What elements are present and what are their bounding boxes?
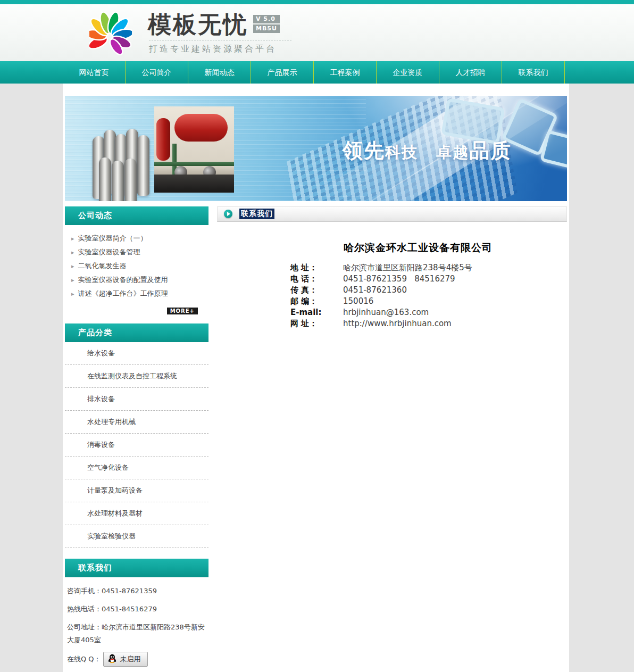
category-item[interactable]: 计量泵及加药设备: [65, 479, 208, 502]
news-item-label: 讲述《超净工作台》工作原理: [78, 289, 168, 297]
slogan-part: 科技: [385, 143, 418, 161]
sidebar-contact-header: 联系我们: [65, 559, 208, 577]
version-badge-bottom: MB5U: [253, 24, 280, 33]
triangle-bullet-icon: ▸: [71, 249, 74, 256]
info-label: 网 址：: [290, 318, 343, 329]
slogan-part: 卓越: [436, 143, 469, 161]
info-label: 邮 编：: [290, 296, 343, 307]
brand-title: 模板无忧: [148, 12, 248, 37]
info-label: 电 话：: [290, 273, 343, 285]
info-row-email: E-mail: hrbjinhuan@163.com: [290, 307, 546, 318]
info-value: 哈尔滨市道里区新阳路238号4楼5号: [343, 262, 472, 273]
site-header: 模板无忧 V 5.0 MB5U 打造专业建站资源聚合平台: [0, 4, 634, 61]
nav-item-recruit[interactable]: 人才招聘: [439, 61, 502, 84]
contact-hotline: 热线电话：0451-84516279: [67, 603, 206, 616]
logo-flower-icon: [89, 12, 132, 57]
info-label: 地 址：: [290, 262, 343, 273]
steel-cylinders-image: [93, 127, 162, 201]
category-item[interactable]: 在线监测仪表及自控工程系统: [65, 365, 208, 388]
banner-slogan: 领先科技卓越品质: [343, 137, 512, 164]
top-accent-bar: [0, 0, 634, 4]
info-value: 150016: [343, 296, 373, 307]
qq-row: 在线Q Q：: [67, 652, 206, 667]
category-item[interactable]: 水处理材料及器材: [65, 502, 208, 525]
hero-banner: 领先科技卓越品质: [65, 96, 567, 201]
nav-item-about[interactable]: 公司简介: [126, 61, 188, 84]
news-list-item[interactable]: ▸实验室仪器设备管理: [71, 245, 208, 259]
category-item[interactable]: 水处理专用机械: [65, 411, 208, 434]
info-value: http://www.hrbjinhuan.com: [343, 318, 452, 329]
brand-tagline: 打造专业建站资源聚合平台: [149, 44, 291, 55]
main-nav: 网站首页 公司简介 新闻动态 产品展示 工程案例 企业资质 人才招聘 联系我们: [0, 61, 634, 84]
info-row-website: 网 址： http://www.hrbjinhuan.com: [290, 318, 546, 329]
info-row-address: 地 址： 哈尔滨市道里区新阳路238号4楼5号: [290, 262, 546, 273]
qq-status-button[interactable]: 未启用: [103, 652, 148, 667]
sidebar-contact-block: 咨询手机：0451-87621359 热线电话：0451-84516279 公司…: [65, 577, 208, 667]
brand-block: 模板无忧 V 5.0 MB5U 打造专业建站资源聚合平台: [148, 12, 291, 55]
qq-status-label: 未启用: [120, 654, 141, 664]
more-button[interactable]: MORE+: [167, 308, 198, 314]
slogan-part: 领先: [343, 139, 385, 162]
qq-label: 在线Q Q：: [67, 654, 101, 664]
nav-item-cases[interactable]: 工程案例: [314, 61, 377, 84]
news-item-label: 实验室仪器简介（一）: [78, 234, 147, 242]
main-content: 联系我们 哈尔滨金环水工业设备有限公司 地 址： 哈尔滨市道里区新阳路238号4…: [217, 206, 567, 667]
news-item-label: 实验室仪器设备管理: [78, 248, 140, 256]
page-title-bar: 联系我们: [217, 206, 567, 222]
news-list: ▸实验室仪器简介（一） ▸实验室仪器设备管理 ▸二氧化氯发生器 ▸实验室仪器设备…: [65, 225, 208, 301]
play-icon: [224, 210, 232, 218]
slogan-part: 品质: [469, 139, 512, 162]
version-badge-top: V 5.0: [253, 15, 280, 23]
sidebar-categories-header: 产品分类: [65, 323, 208, 342]
news-list-item[interactable]: ▸讲述《超净工作台》工作原理: [71, 287, 208, 301]
main-spacer: [217, 329, 567, 627]
brand-divider: [149, 40, 291, 41]
news-item-label: 实验室仪器设备的配置及使用: [78, 276, 168, 284]
news-more-row: MORE+: [65, 301, 208, 323]
category-item[interactable]: 实验室检验仪器: [65, 525, 208, 548]
qq-penguin-icon: [108, 654, 116, 665]
sidebar-news-header: 公司动态: [65, 206, 208, 225]
category-list: 给水设备 在线监测仪表及自控工程系统 排水设备 水处理专用机械 消毒设备 空气净…: [65, 342, 208, 548]
nav-item-qualification[interactable]: 企业资质: [377, 61, 439, 84]
category-item[interactable]: 给水设备: [65, 342, 208, 365]
contact-address: 公司地址：哈尔滨市道里区新阳路238号新安大厦405室: [67, 621, 206, 646]
news-list-item[interactable]: ▸实验室仪器设备的配置及使用: [71, 273, 208, 287]
category-item[interactable]: 空气净化设备: [65, 457, 208, 479]
company-info-block: 哈尔滨金环水工业设备有限公司 地 址： 哈尔滨市道里区新阳路238号4楼5号 电…: [290, 241, 546, 329]
news-list-item[interactable]: ▸二氧化氯发生器: [71, 259, 208, 273]
pump-equipment-image: [154, 106, 234, 193]
info-label: 传 真：: [290, 285, 343, 296]
sidebar: 公司动态 ▸实验室仪器简介（一） ▸实验室仪器设备管理 ▸二氧化氯发生器 ▸实验…: [65, 206, 208, 667]
info-row-fax: 传 真： 0451-87621360: [290, 285, 546, 296]
nav-item-contact[interactable]: 联系我们: [502, 61, 565, 84]
nav-item-home[interactable]: 网站首页: [63, 61, 126, 84]
page-title: 联系我们: [239, 209, 274, 219]
triangle-bullet-icon: ▸: [71, 263, 74, 270]
version-badges: V 5.0 MB5U: [253, 15, 280, 33]
nav-item-news[interactable]: 新闻动态: [188, 61, 251, 84]
category-item[interactable]: 消毒设备: [65, 434, 208, 457]
category-item[interactable]: 排水设备: [65, 388, 208, 411]
contact-mobile: 咨询手机：0451-87621359: [67, 585, 206, 598]
triangle-bullet-icon: ▸: [71, 277, 74, 284]
info-value: 0451-87621360: [343, 285, 407, 296]
info-row-phone: 电 话： 0451-87621359 84516279: [290, 273, 546, 285]
triangle-bullet-icon: ▸: [71, 291, 74, 297]
site-logo[interactable]: 模板无忧 V 5.0 MB5U 打造专业建站资源聚合平台: [89, 12, 291, 57]
info-label: E-mail:: [290, 307, 343, 318]
info-value: 0451-87621359 84516279: [343, 273, 455, 285]
info-row-zip: 邮 编： 150016: [290, 296, 546, 307]
nav-item-products[interactable]: 产品展示: [251, 61, 314, 84]
page-wrapper: 领先科技卓越品质 公司动态 ▸实验室仪器简介（一） ▸实验室仪器设备管理 ▸二氧…: [63, 84, 569, 672]
info-value: hrbjinhuan@163.com: [343, 307, 429, 318]
news-list-item[interactable]: ▸实验室仪器简介（一）: [71, 231, 208, 245]
news-item-label: 二氧化氯发生器: [78, 262, 127, 270]
triangle-bullet-icon: ▸: [71, 235, 74, 242]
company-name: 哈尔滨金环水工业设备有限公司: [290, 241, 546, 255]
